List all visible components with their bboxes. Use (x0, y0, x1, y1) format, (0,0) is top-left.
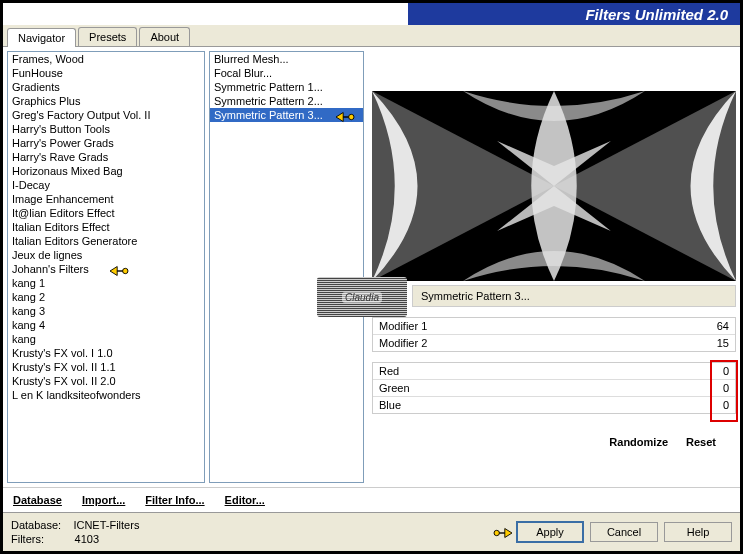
bottom-toolbar: Database Import... Filter Info... Editor… (3, 487, 740, 512)
database-link[interactable]: Database (13, 494, 62, 506)
parameters-panel: Modifier 1 64 Modifier 2 15 Red 0 (372, 317, 736, 424)
tab-presets[interactable]: Presets (78, 27, 137, 46)
filter-item[interactable]: Symmetric Pattern 2... (210, 94, 363, 108)
pointer-icon (108, 262, 130, 280)
highlight-box (710, 360, 738, 422)
category-item[interactable]: Krusty's FX vol. II 2.0 (8, 374, 204, 388)
category-item[interactable]: FunHouse (8, 66, 204, 80)
category-item[interactable]: Krusty's FX vol. I 1.0 (8, 346, 204, 360)
category-item[interactable]: Greg's Factory Output Vol. II (8, 108, 204, 122)
category-item[interactable]: Italian Editors Generatore (8, 234, 204, 248)
category-item[interactable]: kang 1 (8, 276, 204, 290)
category-item[interactable]: Gradients (8, 80, 204, 94)
status-filters-value: 4103 (75, 533, 99, 545)
filter-name-box: Symmetric Pattern 3... (412, 285, 736, 307)
app-title: Filters Unlimited 2.0 (585, 6, 728, 23)
param-modifier-1[interactable]: Modifier 1 64 (373, 318, 735, 335)
watermark-badge: Claudia (317, 277, 407, 317)
category-item[interactable]: kang 4 (8, 318, 204, 332)
svg-point-3 (494, 530, 499, 535)
category-item[interactable]: Image Enhancement (8, 192, 204, 206)
status-db-label: Database: (11, 519, 61, 531)
category-item[interactable]: It@lian Editors Effect (8, 206, 204, 220)
category-item[interactable]: Harry's Rave Grads (8, 150, 204, 164)
filter-item[interactable]: Blurred Mesh... (210, 52, 363, 66)
category-item[interactable]: Johann's Filters (8, 262, 204, 276)
category-item[interactable]: kang (8, 332, 204, 346)
editor-link[interactable]: Editor... (225, 494, 265, 506)
category-item[interactable]: L en K landksiteofwonders (8, 388, 204, 402)
category-item[interactable]: Harry's Power Grads (8, 136, 204, 150)
category-item[interactable]: Harry's Button Tools (8, 122, 204, 136)
svg-point-0 (123, 268, 128, 273)
filter-item[interactable]: Symmetric Pattern 1... (210, 80, 363, 94)
category-item[interactable]: I-Decay (8, 178, 204, 192)
import-link[interactable]: Import... (82, 494, 125, 506)
pointer-icon (492, 524, 514, 542)
modifier-group: Modifier 1 64 Modifier 2 15 (372, 317, 736, 352)
param-buttons: Randomize Reset (372, 428, 736, 452)
param-red[interactable]: Red 0 (373, 363, 735, 380)
category-item[interactable]: kang 3 (8, 304, 204, 318)
status-filters-label: Filters: (11, 533, 44, 545)
dialog-buttons: Apply Cancel Help (516, 521, 732, 543)
param-green[interactable]: Green 0 (373, 380, 735, 397)
category-item[interactable]: kang 2 (8, 290, 204, 304)
right-panel: Claudia Symmetric Pattern 3... Modifier … (368, 51, 736, 483)
color-group: Red 0 Green 0 Blue 0 (372, 362, 736, 414)
param-label: Blue (379, 399, 401, 411)
param-label: Green (379, 382, 410, 394)
category-item[interactable]: Horizonaus Mixed Bag (8, 164, 204, 178)
watermark-text: Claudia (342, 292, 382, 303)
filter-title-row: Claudia Symmetric Pattern 3... (372, 285, 736, 307)
cancel-button[interactable]: Cancel (590, 522, 658, 542)
title-bar: Filters Unlimited 2.0 (3, 3, 740, 25)
filter-list[interactable]: Blurred Mesh...Focal Blur...Symmetric Pa… (209, 51, 364, 483)
param-modifier-2[interactable]: Modifier 2 15 (373, 335, 735, 351)
pointer-icon (334, 108, 356, 126)
status-db-value: ICNET-Filters (73, 519, 139, 531)
tab-about[interactable]: About (139, 27, 190, 46)
help-button[interactable]: Help (664, 522, 732, 542)
filter-name: Symmetric Pattern 3... (421, 290, 530, 302)
preview-image (372, 91, 736, 281)
filter-item[interactable]: Focal Blur... (210, 66, 363, 80)
category-item[interactable]: Krusty's FX vol. II 1.1 (8, 360, 204, 374)
param-label: Modifier 1 (379, 320, 427, 332)
apply-button[interactable]: Apply (516, 521, 584, 543)
category-list[interactable]: Frames, WoodFunHouseGradientsGraphics Pl… (7, 51, 205, 483)
filter-info-link[interactable]: Filter Info... (145, 494, 204, 506)
param-value: 64 (717, 320, 729, 332)
category-item[interactable]: Graphics Plus (8, 94, 204, 108)
param-label: Red (379, 365, 399, 377)
main-content: Frames, WoodFunHouseGradientsGraphics Pl… (3, 47, 740, 487)
status-bar: Database: ICNET-Filters Filters: 4103 Ap… (3, 512, 740, 551)
tab-navigator[interactable]: Navigator (7, 28, 76, 47)
reset-button[interactable]: Reset (686, 436, 716, 448)
param-label: Modifier 2 (379, 337, 427, 349)
filter-item[interactable]: Symmetric Pattern 3... (210, 108, 363, 122)
filters-unlimited-window: Filters Unlimited 2.0 Navigator Presets … (0, 0, 743, 554)
status-info: Database: ICNET-Filters Filters: 4103 (11, 519, 139, 545)
tab-bar: Navigator Presets About (3, 25, 740, 47)
randomize-button[interactable]: Randomize (609, 436, 668, 448)
param-blue[interactable]: Blue 0 (373, 397, 735, 413)
category-item[interactable]: Frames, Wood (8, 52, 204, 66)
param-value: 15 (717, 337, 729, 349)
svg-point-1 (349, 114, 354, 119)
category-item[interactable]: Jeux de lignes (8, 248, 204, 262)
category-item[interactable]: Italian Editors Effect (8, 220, 204, 234)
